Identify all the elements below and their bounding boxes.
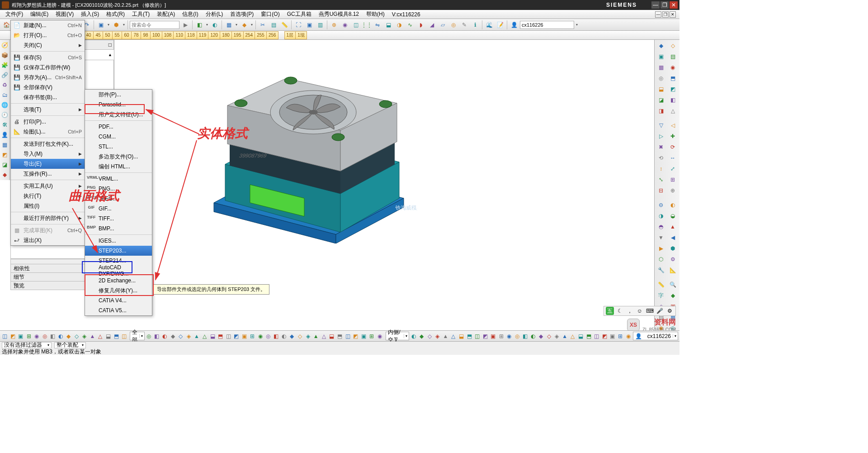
- bottom-tool-icon[interactable]: △: [201, 332, 208, 341]
- export-menu-item[interactable]: TIFFTIFF...: [85, 214, 152, 224]
- right-tool-icon[interactable]: ◆: [656, 41, 666, 51]
- web-icon[interactable]: 🌐: [0, 100, 9, 110]
- wcs-icon[interactable]: ◆: [239, 20, 249, 30]
- right-tool-icon[interactable]: △: [667, 106, 678, 116]
- bottom-tool-icon[interactable]: ◇: [545, 332, 552, 341]
- layer-button[interactable]: 98: [141, 31, 151, 39]
- layer-button[interactable]: 120: [208, 31, 220, 39]
- export-menu-item[interactable]: 多边形文件(O)...: [85, 152, 152, 162]
- bottom-user-field[interactable]: 👤cx116226▾: [633, 332, 678, 340]
- right-tool-icon[interactable]: ⟲: [656, 153, 666, 163]
- revolve-icon[interactable]: ◑: [394, 20, 404, 30]
- menu-assembly[interactable]: 装配(A): [153, 10, 179, 19]
- bottom-tool-icon[interactable]: ⬓: [577, 332, 585, 341]
- file-menu-item[interactable]: 关闭(C)▶: [11, 40, 85, 50]
- bottom-tool-icon[interactable]: ◇: [426, 332, 433, 341]
- file-menu-item[interactable]: 保存书签(B)...: [11, 92, 85, 102]
- layer-button[interactable]: 119: [197, 31, 209, 39]
- bottom-tool-icon[interactable]: ▲: [442, 332, 449, 341]
- menu-prefs[interactable]: 首选项(P): [226, 10, 257, 19]
- file-menu-item[interactable]: 🖨打印(P)...: [11, 117, 85, 127]
- bottom-tool-icon[interactable]: ◉: [33, 332, 40, 341]
- export-menu-item[interactable]: AutoCAD DXF/DWG...: [85, 266, 152, 276]
- boolean-icon[interactable]: ⊕: [329, 20, 339, 30]
- mirror-icon[interactable]: ⇋: [373, 20, 382, 30]
- bottom-tool-icon[interactable]: ◆: [418, 332, 425, 341]
- note-icon[interactable]: 📝: [495, 20, 505, 30]
- reuse-icon[interactable]: ♻: [0, 81, 9, 90]
- bottom-tool-icon[interactable]: ◎: [146, 332, 153, 341]
- more1-icon[interactable]: ▦: [0, 140, 9, 149]
- ime-settings-icon[interactable]: ⚙: [665, 307, 674, 315]
- bottom-tool-icon[interactable]: ◈: [185, 332, 192, 341]
- mdi-minimize-button[interactable]: —: [655, 11, 661, 18]
- ime-bar[interactable]: 五 ☾ ， ☺ ⌨ 🎤 ⚙: [604, 306, 676, 316]
- hd-icon[interactable]: 🗂: [0, 91, 9, 100]
- menu-file[interactable]: 文件(F): [2, 10, 27, 19]
- layer-button[interactable]: 60: [122, 31, 132, 39]
- layer-button[interactable]: 256: [266, 31, 278, 39]
- file-menu-item[interactable]: 互操作(R)...▶: [11, 169, 85, 179]
- right-tool-icon[interactable]: ▦: [656, 62, 666, 72]
- layer-button[interactable]: 180: [220, 31, 232, 39]
- right-tool-icon[interactable]: 📐: [667, 265, 678, 275]
- trim-icon[interactable]: ✂: [258, 20, 268, 30]
- blend-icon[interactable]: ◗: [416, 20, 426, 30]
- bottom-tool-icon[interactable]: ⬓: [105, 332, 112, 341]
- ime-mic-icon[interactable]: 🎤: [656, 307, 664, 315]
- layer-mode-button[interactable]: 1层: [284, 31, 296, 39]
- history-icon[interactable]: 🕘: [0, 110, 9, 119]
- right-tool-icon[interactable]: ◪: [656, 95, 666, 105]
- bottom-tool-icon[interactable]: ▣: [360, 332, 368, 341]
- bottom-tool-icon[interactable]: △: [569, 332, 576, 341]
- export-menu-item[interactable]: VRMLVRML...: [85, 174, 152, 184]
- menu-yanxiu[interactable]: 燕秀UG模具8.12: [315, 10, 363, 19]
- right-tool-icon[interactable]: ▲: [667, 222, 678, 232]
- layer-button[interactable]: 100: [150, 31, 162, 39]
- start-button[interactable]: 🏠: [1, 20, 11, 30]
- bottom-tool-icon[interactable]: ▣: [17, 332, 24, 341]
- menu-help[interactable]: 帮助(H): [363, 10, 388, 19]
- bottom-tool-icon[interactable]: ◉: [505, 332, 513, 341]
- bottom-tool-icon[interactable]: ◩: [9, 332, 17, 341]
- bottom-tool-icon[interactable]: ⊞: [368, 332, 375, 341]
- right-tool-icon[interactable]: ◇: [667, 41, 678, 51]
- export-menu-item[interactable]: 修复几何体(Y)...: [85, 286, 152, 296]
- navigator-icon[interactable]: 🧭: [0, 41, 9, 50]
- draft-icon[interactable]: ▱: [438, 20, 448, 30]
- constraint-icon[interactable]: 🔗: [0, 71, 9, 80]
- right-tool-icon[interactable]: ◒: [667, 211, 678, 221]
- bottom-tool-icon[interactable]: ◫: [121, 332, 128, 341]
- sweep-icon[interactable]: ∿: [405, 20, 415, 30]
- bottom-tool-icon[interactable]: ◆: [65, 332, 72, 341]
- right-tool-icon[interactable]: ⤡: [656, 175, 666, 185]
- user-icon[interactable]: 👤: [509, 20, 519, 30]
- menu-edit[interactable]: 编辑(E): [27, 10, 52, 19]
- right-tool-icon[interactable]: ▷: [656, 131, 666, 141]
- bottom-tool-icon[interactable]: ◐: [281, 332, 288, 341]
- bottom-tool-icon[interactable]: ◈: [81, 332, 88, 341]
- bottom-tool-icon[interactable]: ◫: [225, 332, 232, 341]
- right-tool-icon[interactable]: ▽: [656, 120, 666, 130]
- bottom-tool-icon[interactable]: ▲: [561, 332, 568, 341]
- bottom-tool-icon[interactable]: ⬒: [466, 332, 473, 341]
- bottom-tool-icon[interactable]: ⊞: [25, 332, 33, 341]
- user-field[interactable]: [520, 21, 574, 29]
- menu-vx[interactable]: V:cx116226: [388, 10, 424, 19]
- right-tool-icon[interactable]: ▼: [656, 233, 666, 243]
- minimize-button[interactable]: —: [651, 1, 660, 9]
- right-tool-icon[interactable]: ⊖: [656, 200, 666, 210]
- bottom-tool-icon[interactable]: ◫: [593, 332, 600, 341]
- bottom-tool-icon[interactable]: ▣: [241, 332, 248, 341]
- ime-moon-icon[interactable]: ☾: [616, 307, 624, 315]
- measure-icon[interactable]: 📏: [279, 20, 289, 30]
- bottom-tool-icon[interactable]: ⬓: [209, 332, 216, 341]
- right-tool-icon[interactable]: ↕: [656, 164, 666, 174]
- bottom-tool-icon[interactable]: ◇: [73, 332, 80, 341]
- export-menu-item[interactable]: STEP203...: [85, 246, 152, 256]
- bottom-tool-icon[interactable]: ◆: [288, 332, 296, 341]
- bottom-tool-icon[interactable]: ⬒: [585, 332, 592, 341]
- extrude-icon[interactable]: ⬓: [383, 20, 393, 30]
- bottom-tool-icon[interactable]: ▲: [89, 332, 96, 341]
- menu-insert[interactable]: 插入(S): [77, 10, 103, 19]
